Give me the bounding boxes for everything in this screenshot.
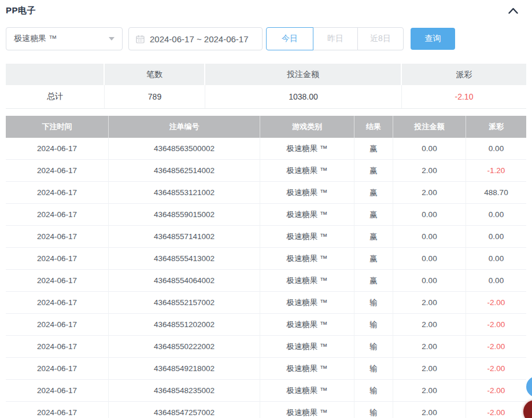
cell-order-id: 43648548235002 [109, 380, 260, 402]
yesterday-button[interactable]: 昨日 [313, 27, 358, 50]
col-payout: 派彩 [466, 116, 526, 138]
cell-bet-amount: 2.00 [393, 358, 466, 380]
cell-result: 赢 [354, 270, 393, 292]
col-result: 结果 [354, 116, 393, 138]
cell-payout: -2.00 [466, 358, 526, 380]
cell-bet-amount: 2.00 [393, 160, 466, 182]
cell-order-id: 43648563500002 [109, 138, 260, 160]
table-row: 2024-06-17 43648562514002 极速糖果 ™ 赢 2.00 … [6, 160, 526, 182]
table-row: 2024-06-17 43648549218002 极速糖果 ™ 输 2.00 … [6, 358, 526, 380]
cell-order-id: 43648550222002 [109, 336, 260, 358]
cell-result: 输 [354, 292, 393, 314]
col-bet-amount: 投注金额 [393, 116, 466, 138]
cell-payout: 0.00 [466, 248, 526, 270]
cell-bet-amount: 0.00 [393, 270, 466, 292]
summary-total-count: 789 [105, 85, 205, 109]
panel-header: PP电子 [0, 0, 532, 16]
table-row: 2024-06-17 43648552157002 极速糖果 ™ 输 2.00 … [6, 292, 526, 314]
table-row: 2024-06-17 43648554064002 极速糖果 ™ 赢 0.00 … [6, 270, 526, 292]
cell-bet-amount: 0.00 [393, 138, 466, 160]
cell-bet-amount: 2.00 [393, 314, 466, 336]
cell-result: 输 [354, 402, 393, 418]
last-8-days-button[interactable]: 近8日 [357, 27, 404, 50]
cell-bet-time: 2024-06-17 [6, 380, 109, 402]
table-row: 2024-06-17 43648548235002 极速糖果 ™ 输 2.00 … [6, 380, 526, 402]
cell-game-type: 极速糖果 ™ [260, 138, 354, 160]
table-row: 2024-06-17 43648547257002 极速糖果 ™ 输 2.00 … [6, 402, 526, 418]
cell-bet-time: 2024-06-17 [6, 358, 109, 380]
cell-bet-time: 2024-06-17 [6, 138, 109, 160]
cell-result: 输 [354, 358, 393, 380]
cell-result: 赢 [354, 160, 393, 182]
cell-bet-time: 2024-06-17 [6, 402, 109, 418]
summary-table: 笔数 投注金额 派彩 总计 789 1038.00 -2.10 [6, 64, 526, 109]
table-row: 2024-06-17 43648563500002 极速糖果 ™ 赢 0.00 … [6, 138, 526, 160]
cell-result: 输 [354, 336, 393, 358]
cell-game-type: 极速糖果 ™ [260, 314, 354, 336]
table-row: 2024-06-17 43648555413002 极速糖果 ™ 赢 0.00 … [6, 248, 526, 270]
today-button[interactable]: 今日 [266, 27, 313, 50]
table-row: 2024-06-17 43648559015002 极速糖果 ™ 赢 0.00 … [6, 204, 526, 226]
filter-bar: 极速糖果 ™ 2024-06-17 ~ 2024-06-17 今日 昨日 [6, 27, 526, 50]
cell-bet-time: 2024-06-17 [6, 336, 109, 358]
cell-game-type: 极速糖果 ™ [260, 160, 354, 182]
page-title: PP电子 [6, 5, 36, 16]
cell-bet-amount: 2.00 [393, 336, 466, 358]
cell-bet-amount: 2.00 [393, 182, 466, 204]
cell-game-type: 极速糖果 ™ [260, 336, 354, 358]
date-range-input[interactable]: 2024-06-17 ~ 2024-06-17 [128, 27, 263, 50]
cell-order-id: 43648555413002 [109, 248, 260, 270]
cell-game-type: 极速糖果 ™ [260, 292, 354, 314]
search-button[interactable]: 查询 [411, 28, 455, 50]
quick-filter-group: 今日 昨日 近8日 [266, 27, 404, 50]
cell-bet-time: 2024-06-17 [6, 248, 109, 270]
summary-col-payout: 派彩 [402, 64, 526, 85]
cell-game-type: 极速糖果 ™ [260, 402, 354, 418]
cell-payout: -2.00 [466, 314, 526, 336]
cell-game-type: 极速糖果 ™ [260, 226, 354, 248]
cell-bet-amount: 2.00 [393, 402, 466, 418]
cell-payout: 488.70 [466, 182, 526, 204]
cell-result: 赢 [354, 182, 393, 204]
summary-header-row: 笔数 投注金额 派彩 [6, 64, 526, 85]
cell-order-id: 43648547257002 [109, 402, 260, 418]
game-select-value: 极速糖果 ™ [14, 34, 57, 44]
cell-bet-time: 2024-06-17 [6, 182, 109, 204]
col-order-id: 注单编号 [109, 116, 260, 138]
cell-payout: -2.00 [466, 402, 526, 418]
summary-total-row: 总计 789 1038.00 -2.10 [6, 85, 526, 109]
blue-circle-button[interactable] [526, 376, 532, 397]
summary-col-bet-amount: 投注金额 [205, 64, 402, 85]
cell-game-type: 极速糖果 ™ [260, 182, 354, 204]
cell-payout: -2.00 [466, 336, 526, 358]
chevron-up-icon[interactable] [507, 6, 519, 15]
game-select[interactable]: 极速糖果 ™ [6, 27, 123, 50]
cell-game-type: 极速糖果 ™ [260, 270, 354, 292]
cell-payout: 0.00 [466, 138, 526, 160]
summary-col-empty [6, 64, 105, 85]
bet-table-header-row: 下注时间 注单编号 游戏类别 结果 投注金额 派彩 [6, 116, 526, 138]
cell-payout: 0.00 [466, 204, 526, 226]
cell-payout: 0.00 [466, 270, 526, 292]
cell-order-id: 43648562514002 [109, 160, 260, 182]
cell-order-id: 43648553121002 [109, 182, 260, 204]
cell-order-id: 43648552157002 [109, 292, 260, 314]
table-row: 2024-06-17 43648550222002 极速糖果 ™ 输 2.00 … [6, 336, 526, 358]
table-row: 2024-06-17 43648553121002 极速糖果 ™ 赢 2.00 … [6, 182, 526, 204]
cell-bet-amount: 0.00 [393, 248, 466, 270]
cell-order-id: 43648549218002 [109, 358, 260, 380]
col-game-type: 游戏类别 [260, 116, 354, 138]
cell-bet-time: 2024-06-17 [6, 292, 109, 314]
cell-game-type: 极速糖果 ™ [260, 248, 354, 270]
cell-result: 赢 [354, 226, 393, 248]
pp-electronic-panel: PP电子 极速糖果 ™ [0, 0, 532, 418]
cell-payout: -2.00 [466, 380, 526, 402]
bet-records-table: 下注时间 注单编号 游戏类别 结果 投注金额 派彩 2024-06-17 436… [6, 116, 526, 418]
table-row: 2024-06-17 43648557141002 极速糖果 ™ 赢 0.00 … [6, 226, 526, 248]
cell-bet-time: 2024-06-17 [6, 204, 109, 226]
cell-result: 输 [354, 380, 393, 402]
cell-result: 赢 [354, 138, 393, 160]
cell-bet-time: 2024-06-17 [6, 270, 109, 292]
cell-order-id: 43648559015002 [109, 204, 260, 226]
summary-total-label: 总计 [6, 85, 105, 109]
